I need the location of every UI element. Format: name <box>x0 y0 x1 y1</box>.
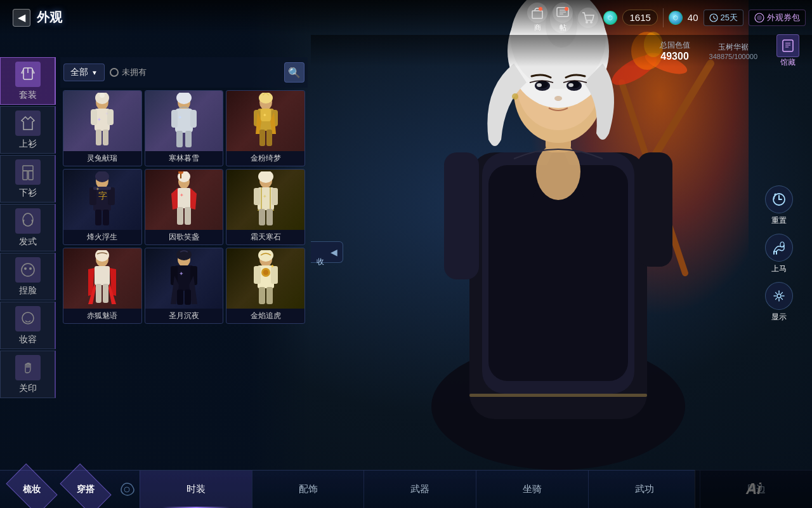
svg-rect-72 <box>176 131 183 147</box>
collect-arrow-icon: ◀ <box>329 247 339 257</box>
reset-icon <box>765 185 793 213</box>
category-suit[interactable]: 套装 <box>0 57 56 105</box>
item-label-4: 烽火浮生 <box>63 230 141 244</box>
tab-fashion-label: 时装 <box>187 483 206 495</box>
svg-text:✦: ✦ <box>263 194 267 199</box>
topbar: ◀ 外观 商 <box>0 0 812 35</box>
item-label-2: 寒林暮雪 <box>145 151 223 166</box>
svg-point-31 <box>539 7 542 11</box>
cart-icon-btn[interactable] <box>578 8 598 28</box>
gem-icon: ⬡ <box>603 11 617 25</box>
currency-amount: 1615 <box>629 12 650 23</box>
svg-point-55 <box>24 267 27 270</box>
svg-rect-97 <box>177 207 183 225</box>
timer-display: 25天 <box>704 10 743 26</box>
category-makeup[interactable]: 妆容 <box>0 302 56 349</box>
tab-kungfu[interactable]: 武功 <box>588 471 700 508</box>
search-icon: 🔍 <box>288 67 301 79</box>
makeup-icon <box>15 306 41 331</box>
svg-rect-62 <box>96 130 102 145</box>
svg-point-56 <box>29 267 32 270</box>
posts-icon-btn[interactable]: 帖 <box>553 3 573 32</box>
clock-icon <box>709 13 718 22</box>
search-button[interactable]: 🔍 <box>284 62 304 83</box>
cat-makeup-label: 妆容 <box>19 334 37 345</box>
groom-button[interactable]: 梳妆 <box>6 472 57 507</box>
item-thumb-8: ✦ <box>145 248 223 309</box>
category-face[interactable]: 捏脸 <box>0 253 56 300</box>
category-top[interactable]: 上衫 <box>0 106 56 154</box>
items-grid: ✦ ✧ 灵兔献瑞 <box>60 88 308 326</box>
filter-radio[interactable]: 未拥有 <box>110 67 147 78</box>
reset-label: 重置 <box>771 215 787 226</box>
svg-rect-130 <box>259 287 265 304</box>
collect-panel-button[interactable]: ◀ 收 <box>311 241 343 263</box>
bottom-icon <box>15 159 41 185</box>
svg-rect-131 <box>266 287 273 304</box>
item-label-6: 霜天寒石 <box>226 230 304 244</box>
mount-button[interactable]: 上马 <box>765 234 793 274</box>
cat-suit-label: 套装 <box>19 90 37 101</box>
item-thumb-5: ✦ <box>145 170 223 230</box>
groom-label: 梳妆 <box>23 484 41 495</box>
category-hair[interactable]: 发式 <box>0 204 56 251</box>
item-thumb-1: ✦ ✧ <box>63 91 141 151</box>
item-figure-3: ✦ <box>247 93 285 150</box>
item-figure-8: ✦ <box>165 250 203 307</box>
hair-icon <box>15 208 41 234</box>
item-figure-6: ✦ <box>247 171 285 229</box>
cat-face-label: 捏脸 <box>19 285 37 297</box>
svg-text:字: 字 <box>98 190 107 201</box>
svg-point-65 <box>100 93 105 98</box>
back-button[interactable]: ◀ <box>6 6 37 30</box>
radio-icon <box>110 68 119 77</box>
item-card-1[interactable]: ✦ ✧ 灵兔献瑞 <box>63 90 142 166</box>
tab-weapon[interactable]: 武器 <box>363 471 476 508</box>
tab-fashion[interactable]: 时装 <box>140 471 252 508</box>
collect-stat[interactable]: 馆藏 <box>776 34 799 68</box>
item-card-9[interactable]: ✦ 金焰追虎 <box>226 248 305 324</box>
topbar-right: 商 帖 <box>527 3 806 32</box>
svg-text:✦: ✦ <box>263 112 267 118</box>
svg-rect-29 <box>469 394 647 397</box>
item-label-9: 金焰追虎 <box>226 309 304 323</box>
suit-icon <box>15 62 41 87</box>
cat-top-label: 上衫 <box>19 138 37 150</box>
item-card-8[interactable]: ✦ 圣月沉夜 <box>145 248 224 324</box>
svg-point-36 <box>565 7 568 11</box>
item-card-5[interactable]: ✦ 因歌笑盏 <box>145 169 224 245</box>
center-decoration <box>117 480 136 499</box>
item-label-1: 灵兔献瑞 <box>63 151 141 166</box>
item-card-6[interactable]: ✦ 霜天寒石 <box>226 169 305 245</box>
tab-kungfu-label: 武功 <box>635 483 654 495</box>
item-card-7[interactable]: 赤狐魅语 <box>63 248 142 324</box>
cart-icon <box>578 8 598 28</box>
back-arrow-icon: ◀ <box>13 9 30 27</box>
tab-accessories[interactable]: 配饰 <box>252 471 364 508</box>
item-figure-2: ✦ <box>165 93 203 150</box>
svg-rect-121 <box>185 290 191 305</box>
page-title: 外观 <box>37 9 62 26</box>
featured-name: 玉树华裾 <box>718 42 749 53</box>
svg-rect-96 <box>178 188 190 208</box>
svg-rect-88 <box>108 187 115 205</box>
svg-rect-98 <box>185 207 191 225</box>
filter-dropdown[interactable]: 全部 ▼ <box>63 64 105 81</box>
item-card-3[interactable]: ✦ 金粉绮梦 <box>226 90 305 166</box>
tab-mount[interactable]: 坐骑 <box>476 471 588 508</box>
svg-rect-90 <box>103 210 109 225</box>
item-card-2[interactable]: ✦ 寒林暮雪 <box>145 90 224 166</box>
category-hands[interactable]: 关印 <box>0 351 56 398</box>
outfit-button[interactable]: 穿搭 <box>60 472 111 507</box>
svg-point-54 <box>22 264 34 276</box>
display-button[interactable]: 显示 <box>765 282 793 323</box>
reset-button[interactable]: 重置 <box>765 185 793 226</box>
svg-point-129 <box>263 270 268 275</box>
voucher-icon <box>754 13 764 23</box>
svg-point-26 <box>568 83 573 87</box>
item-figure-9: ✦ <box>247 250 285 307</box>
item-card-4[interactable]: 字 ✦ 烽火浮生 <box>63 169 142 245</box>
shop-icon-btn[interactable]: 商 <box>527 3 547 32</box>
svg-rect-51 <box>23 171 27 180</box>
category-bottom[interactable]: 下衫 <box>0 155 56 203</box>
